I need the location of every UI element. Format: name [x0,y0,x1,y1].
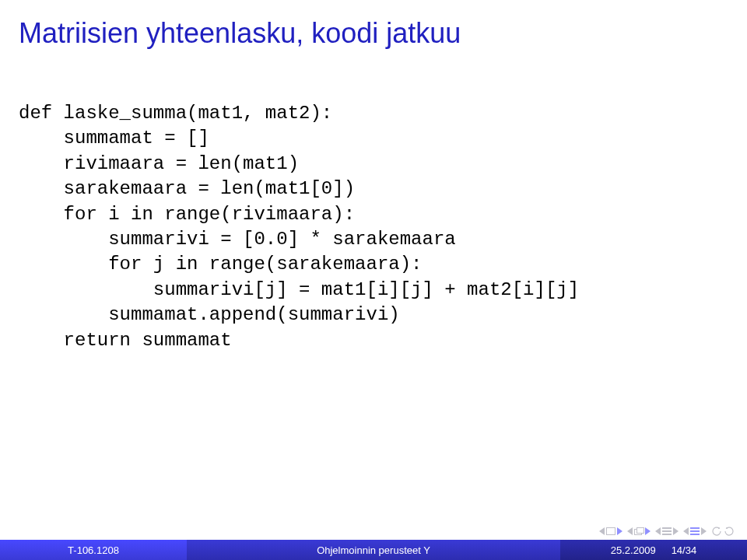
beamer-nav-bar [599,526,735,537]
footer-left: T-106.1208 [0,540,187,560]
code-line: return summamat [19,330,232,351]
next-frame-icon[interactable] [645,527,651,535]
footer-mid: Ohjelmoinnin perusteet Y [187,540,560,560]
code-line: summarivi = [0.0] * sarakemaara [19,229,456,250]
nav-subsection-group [683,527,707,535]
back-circle-arrow-icon [711,526,722,537]
code-line: summarivi[j] = mat1[i][j] + mat2[i][j] [19,279,579,300]
footer-right: 25.2.2009 14 / 34 [560,540,747,560]
prev-frame-icon[interactable] [627,527,633,535]
code-line: for i in range(rivimaara): [19,204,355,225]
subsection-bars-icon [690,527,700,535]
next-section-icon[interactable] [673,527,679,535]
slide-frame-icon [606,527,615,535]
code-line: rivimaara = len(mat1) [19,153,299,174]
footer-date: 25.2.2009 [611,544,656,556]
forward-circle-arrow-icon [724,526,735,537]
code-block: def laske_summa(mat1, mat2): summamat = … [19,101,579,353]
code-line: def laske_summa(mat1, mat2): [19,103,332,124]
footer-bar: T-106.1208 Ohjelmoinnin perusteet Y 25.2… [0,540,747,560]
prev-slide-icon[interactable] [599,527,605,535]
next-subsection-icon[interactable] [701,527,707,535]
nav-section-group [655,527,679,535]
course-title: Ohjelmoinnin perusteet Y [317,544,430,556]
prev-section-icon[interactable] [655,527,661,535]
frame-copies-icon [634,527,644,535]
course-code: T-106.1208 [68,544,119,556]
page-current: 14 [672,544,682,556]
code-line: summamat.append(summarivi) [19,304,400,325]
next-slide-icon[interactable] [617,527,622,535]
section-bars-icon [662,527,672,535]
code-line: sarakemaara = len(mat1[0]) [19,178,355,199]
nav-frame-group [627,527,651,535]
code-line: for j in range(sarakemaara): [19,254,422,275]
code-line: summamat = [] [19,128,209,149]
slide: Matriisien yhteenlasku, koodi jatkuu def… [0,0,747,560]
page-total: 34 [686,544,696,556]
prev-subsection-icon[interactable] [683,527,689,535]
nav-back-group[interactable] [711,526,735,537]
slide-title: Matriisien yhteenlasku, koodi jatkuu [19,17,461,50]
nav-slide-group [599,527,622,535]
